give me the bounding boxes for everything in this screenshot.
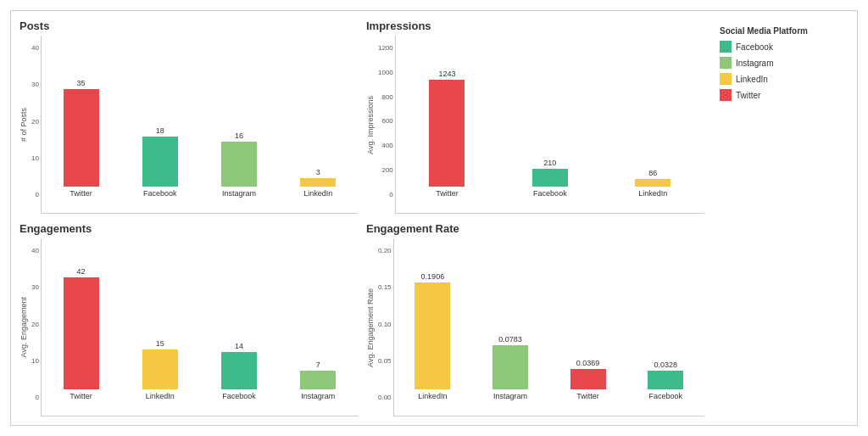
impressions-y-ticks: 120010008006004002000 xyxy=(378,36,393,214)
posts-bars: 35Twitter18Facebook16Instagram3LinkedIn xyxy=(41,36,358,214)
bar-label: Facebook xyxy=(143,189,177,198)
bar-group: 0.0369Twitter xyxy=(570,247,606,400)
bar-group: 14Facebook xyxy=(221,247,257,400)
bar xyxy=(429,80,465,187)
posts-y-ticks: 403020100 xyxy=(31,36,39,214)
bar xyxy=(415,282,450,389)
legend-color-box xyxy=(720,73,732,85)
y-tick: 40 xyxy=(31,44,39,52)
bar-group: 16Instagram xyxy=(221,44,257,198)
bar-group: 210Facebook xyxy=(532,44,568,198)
bar-value: 15 xyxy=(156,339,164,348)
y-tick: 0.00 xyxy=(378,394,392,401)
impressions-chart-area: Avg. Impressions 120010008006004002000 1… xyxy=(366,36,704,214)
engagements-y-label: Avg. Engagement xyxy=(19,297,28,357)
y-tick: 0.05 xyxy=(378,357,392,365)
bar-value: 7 xyxy=(316,361,320,369)
bar-value: 0.0369 xyxy=(576,359,600,367)
engagement-rate-y-ticks: 0.200.150.100.050.00 xyxy=(378,238,392,416)
bar-value: 1243 xyxy=(438,70,455,78)
impressions-chart: Impressions Avg. Impressions 12001000800… xyxy=(366,20,704,214)
bar-group: 42Twitter xyxy=(64,247,99,400)
dashboard: Posts # of Posts 403020100 35Twitter18Fa… xyxy=(10,10,858,426)
bar-label: Instagram xyxy=(493,392,527,400)
y-tick: 1000 xyxy=(378,69,393,76)
y-tick: 20 xyxy=(31,321,39,328)
bar-label: Instagram xyxy=(222,189,256,198)
impressions-chart-inner: 120010008006004002000 1243Twitter210Face… xyxy=(378,36,704,214)
y-tick: 40 xyxy=(31,247,39,254)
legend-item-label: Instagram xyxy=(736,59,773,68)
y-tick: 0 xyxy=(31,394,39,401)
bar-value: 18 xyxy=(156,126,164,135)
legend-item-label: LinkedIn xyxy=(736,75,768,84)
bar-value: 0.0328 xyxy=(654,361,677,369)
bar-group: 0.0328Facebook xyxy=(648,247,683,400)
bar xyxy=(300,178,336,187)
bar xyxy=(142,349,178,389)
y-tick: 200 xyxy=(378,166,393,174)
engagements-chart-inner: 403020100 42Twitter15LinkedIn14Facebook7… xyxy=(31,238,358,416)
legend-color-box xyxy=(720,41,732,53)
posts-chart: Posts # of Posts 403020100 35Twitter18Fa… xyxy=(19,20,358,214)
y-tick: 400 xyxy=(378,142,393,149)
engagements-title: Engagements xyxy=(19,222,358,235)
bar-label: Twitter xyxy=(436,189,459,198)
engagement-rate-chart-area: Avg. Engagement Rate 0.200.150.100.050.0… xyxy=(366,238,704,416)
bar xyxy=(492,345,528,389)
bar-label: LinkedIn xyxy=(638,189,667,198)
bar-label: LinkedIn xyxy=(146,392,175,400)
impressions-y-label: Avg. Impressions xyxy=(366,96,375,154)
bar-label: Facebook xyxy=(533,189,567,198)
bar-label: Facebook xyxy=(648,392,682,400)
y-tick: 0.15 xyxy=(378,283,392,291)
bar-label: Twitter xyxy=(70,189,92,198)
bar xyxy=(648,371,683,389)
bar xyxy=(221,352,257,389)
bar xyxy=(221,142,257,187)
bar-label: LinkedIn xyxy=(418,392,447,400)
bar-value: 86 xyxy=(648,169,657,177)
bar-group: 0.0783Instagram xyxy=(492,247,528,400)
bar-group: 86LinkedIn xyxy=(635,44,670,198)
bar xyxy=(570,369,606,389)
posts-title: Posts xyxy=(19,20,358,32)
y-tick: 20 xyxy=(31,118,39,126)
legend-item: LinkedIn xyxy=(720,73,842,85)
posts-chart-area: # of Posts 403020100 35Twitter18Facebook… xyxy=(19,36,358,214)
legend-items: FacebookInstagramLinkedInTwitter xyxy=(720,41,842,105)
bar xyxy=(64,277,99,389)
engagement-rate-title: Engagement Rate xyxy=(366,222,704,235)
bar xyxy=(64,89,99,187)
y-tick: 10 xyxy=(31,154,39,162)
y-tick: 800 xyxy=(378,93,393,101)
bar-label: Instagram xyxy=(301,392,335,400)
legend-title: Social Media Platform xyxy=(720,26,842,36)
legend-item-label: Twitter xyxy=(736,91,760,100)
y-tick: 30 xyxy=(31,283,39,291)
y-tick: 0.20 xyxy=(378,247,392,254)
engagement-rate-chart: Engagement Rate Avg. Engagement Rate 0.2… xyxy=(366,222,704,416)
posts-y-label: # of Posts xyxy=(19,108,28,142)
bar xyxy=(142,137,178,187)
legend-item: Twitter xyxy=(720,89,842,101)
legend-color-box xyxy=(720,57,732,69)
y-tick: 0 xyxy=(31,191,39,198)
bar-value: 35 xyxy=(77,79,86,87)
legend-color-box xyxy=(720,89,732,101)
bar-label: Twitter xyxy=(576,392,599,400)
bar-group: 3LinkedIn xyxy=(300,44,336,198)
posts-chart-inner: 403020100 35Twitter18Facebook16Instagram… xyxy=(31,36,358,214)
bar-group: 35Twitter xyxy=(64,44,99,198)
legend-item: Facebook xyxy=(720,41,842,53)
y-tick: 1200 xyxy=(378,44,393,52)
legend-item: Instagram xyxy=(720,57,842,69)
bar-group: 1243Twitter xyxy=(429,44,465,198)
y-tick: 0 xyxy=(378,191,393,198)
y-tick: 30 xyxy=(31,81,39,88)
y-tick: 0.10 xyxy=(378,321,392,328)
impressions-bars: 1243Twitter210Facebook86LinkedIn xyxy=(395,36,704,214)
bar-label: Facebook xyxy=(222,392,256,400)
bar-group: 7Instagram xyxy=(300,247,336,400)
engagement-rate-bars: 0.1906LinkedIn0.0783Instagram0.0369Twitt… xyxy=(393,238,704,416)
